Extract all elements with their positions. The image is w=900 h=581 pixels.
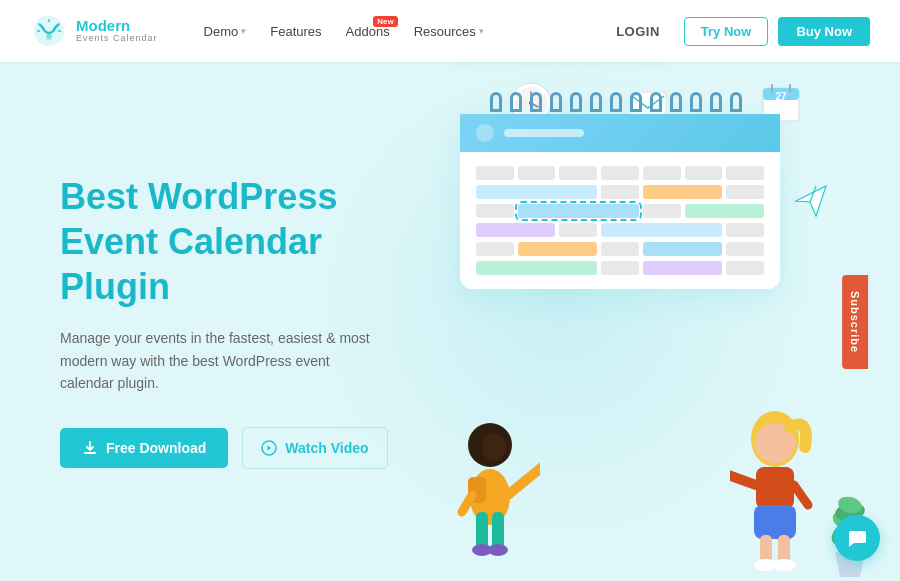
chevron-down-icon: ▾ xyxy=(241,26,246,36)
logo[interactable]: Modern Events Calendar xyxy=(30,12,158,50)
play-icon xyxy=(261,440,277,456)
login-button[interactable]: LOGIN xyxy=(602,18,674,45)
svg-point-33 xyxy=(772,559,796,571)
navbar: Modern Events Calendar Demo ▾ Features A… xyxy=(0,0,900,62)
character-left xyxy=(440,357,540,581)
new-badge: New xyxy=(373,16,397,27)
svg-point-0 xyxy=(46,34,52,40)
nav-resources[interactable]: Resources ▾ xyxy=(404,18,494,45)
chat-icon xyxy=(846,527,868,549)
svg-point-16 xyxy=(482,433,506,461)
watch-video-button[interactable]: Watch Video xyxy=(242,427,387,469)
buy-now-button[interactable]: Buy Now xyxy=(778,17,870,46)
hero-buttons: Free Download Watch Video xyxy=(60,427,430,469)
nav-demo[interactable]: Demo ▾ xyxy=(194,18,257,45)
nav-features[interactable]: Features xyxy=(260,18,331,45)
svg-line-23 xyxy=(508,467,540,495)
hero-illustration: 27 xyxy=(430,62,900,581)
download-icon xyxy=(82,440,98,456)
logo-text: Modern Events Calendar xyxy=(76,18,158,44)
svg-line-35 xyxy=(794,485,808,505)
brand-name: Modern xyxy=(76,18,158,35)
svg-rect-1 xyxy=(84,452,96,454)
subscribe-tab[interactable]: Subscribe xyxy=(842,274,868,368)
hero-title: Best WordPress Event Calendar Plugin xyxy=(60,174,430,309)
hero-description: Manage your events in the fastest, easie… xyxy=(60,327,370,394)
svg-line-25 xyxy=(462,495,472,512)
svg-point-22 xyxy=(488,544,508,556)
free-download-button[interactable]: Free Download xyxy=(60,428,228,468)
nav-links: Demo ▾ Features Addons New Resources ▾ xyxy=(194,18,603,45)
svg-rect-28 xyxy=(756,467,794,509)
nav-addons[interactable]: Addons New xyxy=(336,18,400,45)
svg-line-34 xyxy=(730,472,756,485)
hero-section: Best WordPress Event Calendar Plugin Man… xyxy=(0,62,900,581)
character-right xyxy=(730,357,820,581)
try-now-button[interactable]: Try Now xyxy=(684,17,769,46)
nav-right: LOGIN Try Now Buy Now xyxy=(602,17,870,46)
chat-bubble-button[interactable] xyxy=(834,515,880,561)
svg-rect-29 xyxy=(754,505,796,539)
logo-icon xyxy=(30,12,68,50)
brand-subtitle: Events Calendar xyxy=(76,34,158,44)
chevron-down-icon: ▾ xyxy=(479,26,484,36)
main-calendar xyxy=(460,92,780,289)
hero-content: Best WordPress Event Calendar Plugin Man… xyxy=(60,174,430,468)
paper-plane-icon xyxy=(792,182,830,224)
